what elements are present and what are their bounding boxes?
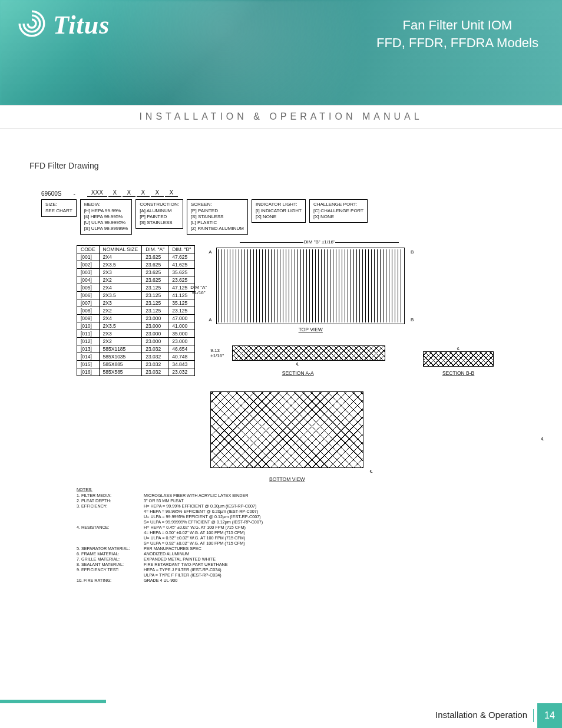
page-number: 14 [537,703,562,728]
dim-b-label: DIM "B" ±1/16" [240,239,399,245]
table-cell: 23.625 [142,261,168,269]
table-cell: 585X585 [99,368,142,376]
table-row: [006]2X3.523.12541.125 [77,292,195,299]
table-cell: 23.000 [142,322,168,330]
dim-a-label: DIM "A"±1/16" [190,285,207,295]
table-cell: 2X4 [99,315,142,322]
note-line: S= ULPA = 0.92" ±0.02" W.G. AT 100 FPM (… [77,541,265,546]
table-cell: 23.125 [142,292,168,299]
note-line: 4. RESISTANCE:H= HEPA = 0.45" ±0.02" W.G… [77,525,265,530]
section-aa-caption: SECTION A-A [210,370,385,376]
section-bb-caption: SECTION B-B [423,370,494,376]
section-aa: 9.13±1/16" ℄ SECTION A-A [210,345,385,376]
table-cell: [008] [77,307,100,315]
bottom-view-caption: BOTTOM VIEW [210,476,363,482]
table-cell: 23.000 [142,338,168,345]
table-header: DIM. "A" [142,246,168,253]
decode-option: [A] ALUMINUM [140,208,179,214]
centerline-bottom: ℄ [210,469,533,474]
pn-slots: XXXXXXXX [87,189,178,197]
brand-name: Titus [53,10,110,40]
table-cell: 2X4 [99,284,142,292]
table-cell: 585X885 [99,361,142,368]
note-line: 2. PLEAT DEPTH:3" OR 53 MM PLEAT [77,498,265,503]
top-view-wrap: DIM "B" ±1/16" A A B B DIM "A"±1/16" TOP… [216,248,405,332]
decode-option: [X] NONE [313,214,363,220]
table-cell: 23.625 [142,269,168,276]
decode-option: [X] NONE [256,214,302,220]
pn-slot: X [165,189,178,197]
bottom-view-icon [210,391,363,468]
table-cell: 23.125 [142,299,168,307]
footer-accent [0,700,106,703]
table-cell: 23.125 [168,307,195,315]
table-row: [004]2X223.62523.625 [77,276,195,284]
section-bb: ℄ SECTION B-B [423,345,494,376]
page-content: FFD Filter Drawing 69600S - XXXXXXXX SIZ… [0,129,562,583]
note-line: ULPA = TYPE F FILTER (IEST-RP-C034) [77,572,265,578]
centerline-bb-top: ℄ [423,347,494,351]
table-cell: 41.625 [168,261,195,269]
note-line: 9. EFFICIENCY TEST:HEPA = TYPE J FILTER … [77,567,265,572]
table-cell: 34.843 [168,361,195,368]
table-row: [015]585X88523.03234.843 [77,361,195,368]
centerline-aa: ℄ [210,362,385,367]
footer-text: Installation & Operation [435,709,534,722]
note-line: U= ULPA = 99.9995% EFFICIENT @ 0.12µm (I… [77,514,265,519]
table-row: [002]2X3.523.62541.625 [77,261,195,269]
decode-option: [4] HEPA 99.995% [84,214,128,220]
table-cell: 40.748 [168,353,195,361]
main-row: CODENOMINAL SIZEDIM. "A"DIM. "B"[001]2X4… [77,245,533,482]
section-heading: FFD Filter Drawing [29,161,533,170]
table-row: [005]2X423.12547.125 [77,284,195,292]
note-line: 3. EFFICIENCY:H= HEPA = 99.99% EFFICIENT… [77,503,265,509]
section-aa-icon [232,345,385,361]
table-cell: [005] [77,284,100,292]
table-cell: 585X1185 [99,345,142,353]
decode-construction: CONSTRUCTION: [A] ALUMINUM[P] PAINTED[S]… [135,199,183,229]
mark-b-bottom: B [411,317,414,322]
table-cell: 35.625 [168,269,195,276]
table-cell: 23.032 [142,361,168,368]
table-row: [001]2X423.62547.625 [77,253,195,261]
centerline-right: ℄ [541,437,544,442]
table-row: [016]585X58523.03223.032 [77,368,195,376]
pn-slot: X [123,189,135,197]
mark-a-top: A [209,249,211,255]
table-header: DIM. "B" [168,246,195,253]
table-cell: 23.032 [168,368,195,376]
decode-challenge: CHALLENGE PORT: [C] CHALLENGE PORT[X] NO… [309,199,368,223]
table-cell: 2X2 [99,307,142,315]
swirl-logo-icon [16,8,47,41]
note-line: 4= HEPA = 0.50" ±0.02" W.G. AT 100 FPM (… [77,530,265,535]
top-view-icon: A A B B [216,248,405,324]
note-line: 7. GRILLE MATERIAL:EXPANDED METAL PAINTE… [77,556,265,562]
decode-option: [I] INDICATOR LIGHT [256,208,302,214]
table-cell: [007] [77,299,100,307]
table-cell: [014] [77,353,100,361]
section-height-dim: 9.13±1/16" [210,348,224,358]
note-line: 1. FILTER MEDIA:MICROGLASS FIBER WITH AC… [77,493,265,498]
dimension-table: CODENOMINAL SIZEDIM. "A"DIM. "B"[001]2X4… [77,245,195,376]
table-cell: 2X3 [99,299,142,307]
pn-dash: - [73,190,75,197]
top-view-caption: TOP VIEW [216,327,405,332]
section-bb-icon [423,351,494,367]
sub-header: INSTALLATION & OPERATION MANUAL [0,105,562,129]
table-cell: 23.000 [168,338,195,345]
decode-boxes: SIZE: SEE CHART MEDIA: [H] HEPA 99.99%[4… [41,199,533,235]
table-cell: 23.625 [142,253,168,261]
decode-option: [S] STAINLESS [191,214,244,220]
table-cell: 23.625 [142,276,168,284]
table-cell: 23.125 [142,284,168,292]
doc-title-line2: FFD, FFDR, FFDRA Models [376,34,538,52]
decode-option: [C] CHALLENGE PORT [313,208,363,214]
mark-b-top: B [411,249,414,255]
sections-row: 9.13±1/16" ℄ SECTION A-A ℄ SECTION B-B [210,345,533,376]
table-cell: 2X4 [99,253,142,261]
pn-slot: X [108,189,121,197]
part-number-line: 69600S - XXXXXXXX [41,189,533,197]
table-cell: 585X1035 [99,353,142,361]
table-header: CODE [77,246,100,253]
note-line: 5. SEPARATOR MATERIAL:PER MANUFACTURES S… [77,546,265,551]
